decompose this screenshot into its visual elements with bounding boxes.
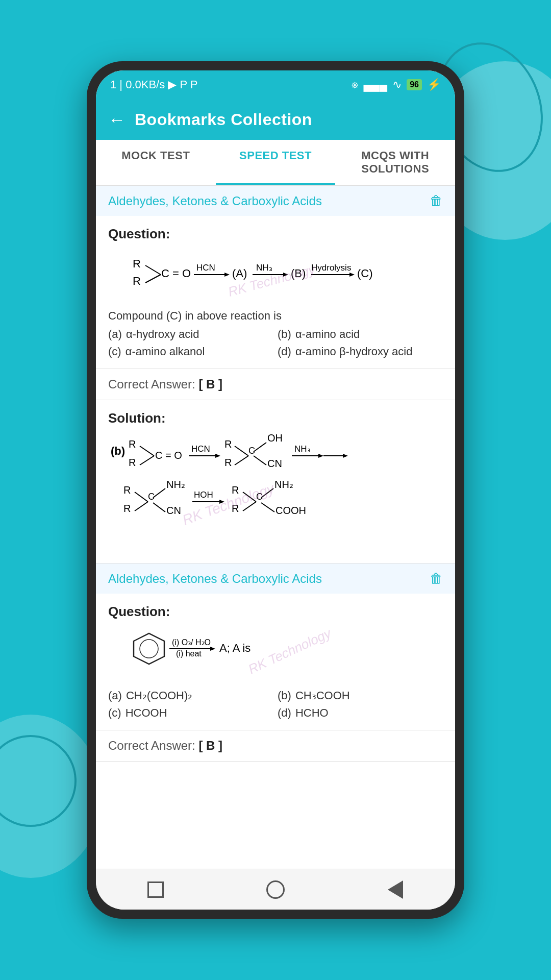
svg-text:RK Technology: RK Technology: [246, 626, 334, 677]
svg-text:R: R: [123, 484, 131, 496]
svg-text:R: R: [224, 438, 232, 450]
svg-line-30: [235, 456, 248, 465]
svg-line-2: [145, 265, 161, 275]
solution-1-label: Solution:: [108, 410, 443, 426]
tab-speed-test[interactable]: SPEED TEST: [216, 140, 336, 185]
svg-text:HCN: HCN: [191, 444, 210, 454]
svg-text:(i) heat: (i) heat: [176, 649, 202, 658]
section-title-2: Aldehydes, Ketones & Carboxylic Acids: [108, 572, 322, 586]
q1-option-d: (d) α-amino β-hydroxy acid: [278, 345, 443, 358]
svg-marker-66: [210, 647, 215, 651]
svg-text:NH₂: NH₂: [166, 479, 185, 490]
solution-1-svg: (b) C(OH)(CN) --NH3--> --> R R C = O HCN…: [108, 433, 409, 551]
svg-marker-40: [343, 454, 348, 458]
svg-text:CN: CN: [166, 505, 181, 516]
triangle-icon: [388, 880, 403, 899]
svg-text:(C): (C): [357, 267, 373, 280]
svg-text:C = O: C = O: [155, 450, 182, 461]
wifi-icon: ∿: [392, 78, 402, 91]
circle-icon: [266, 880, 285, 899]
svg-point-64: [140, 640, 158, 658]
status-right: ⎈ ▄▄▄ ∿ 96 ⚡: [352, 78, 441, 91]
svg-line-3: [145, 275, 161, 283]
delete-section-1-button[interactable]: 🗑: [430, 193, 443, 209]
svg-marker-63: [134, 633, 164, 664]
nav-home-button[interactable]: [265, 879, 286, 900]
svg-text:R: R: [133, 275, 141, 287]
q1-option-a: (a) α-hydroxy acid: [108, 328, 273, 341]
delete-section-2-button[interactable]: 🗑: [430, 571, 443, 586]
nav-back-button[interactable]: [385, 879, 406, 900]
svg-marker-14: [349, 273, 355, 277]
question-2-label: Question:: [108, 604, 443, 620]
q1-compound-text: Compound (C) in above reaction is: [108, 309, 443, 323]
svg-text:R: R: [123, 503, 131, 514]
svg-line-32: [254, 443, 266, 452]
status-bar: 1 | 0.0KB/s ▶ P P ⎈ ▄▄▄ ∿ 96 ⚡: [96, 70, 455, 99]
svg-text:R: R: [129, 438, 136, 450]
svg-line-34: [254, 456, 266, 465]
svg-text:R: R: [224, 457, 232, 468]
svg-line-60: [261, 503, 274, 512]
question-2-block: Question: (i) O₃/ H₂O (i) heat: [96, 594, 455, 730]
q1-options: (a) α-hydroxy acid (b) α-amino acid (c) …: [108, 328, 443, 358]
svg-text:(i) O₃/ H₂O: (i) O₃/ H₂O: [172, 638, 211, 647]
svg-line-44: [135, 502, 148, 511]
svg-line-29: [235, 446, 248, 456]
svg-text:Hydrolysis: Hydrolysis: [311, 263, 351, 273]
svg-text:COOH: COOH: [276, 505, 306, 516]
phone-frame: 1 | 0.0KB/s ▶ P P ⎈ ▄▄▄ ∿ 96 ⚡ ← Bookmar…: [87, 61, 464, 919]
q1-option-b: (b) α-amino acid: [278, 328, 443, 341]
svg-text:HOH: HOH: [194, 490, 213, 500]
svg-text:C: C: [248, 446, 255, 456]
q2-option-d: (d) HCHO: [278, 706, 443, 720]
square-icon: [147, 881, 164, 898]
svg-text:NH₂: NH₂: [274, 479, 293, 490]
section-header-2: Aldehydes, Ketones & Carboxylic Acids 🗑: [96, 564, 455, 594]
svg-text:A; A is: A; A is: [219, 642, 251, 654]
q2-option-c: (c) HCOOH: [108, 706, 273, 720]
svg-text:C = O: C = O: [161, 267, 191, 280]
status-left-text: 1 | 0.0KB/s ▶ P P: [110, 78, 198, 91]
svg-marker-6: [224, 273, 230, 277]
svg-line-21: [140, 446, 154, 456]
q1-option-c: (c) α-amino alkanol: [108, 345, 273, 358]
svg-line-43: [135, 492, 148, 502]
bluetooth-icon: ⎈: [352, 78, 358, 91]
svg-text:R: R: [129, 457, 136, 468]
q2-option-b: (b) CH₃COOH: [278, 689, 443, 702]
q2-option-a: (a) CH₂(COOH)₂: [108, 689, 273, 702]
q2-correct-answer: Correct Answer: [ B ]: [96, 730, 455, 762]
svg-line-48: [153, 503, 165, 512]
section-header-1: Aldehydes, Ketones & Carboxylic Acids 🗑: [96, 186, 455, 216]
svg-text:(A): (A): [232, 267, 247, 280]
svg-text:(b): (b): [111, 445, 125, 457]
svg-text:R: R: [133, 257, 141, 270]
svg-line-22: [140, 456, 154, 465]
svg-text:OH: OH: [267, 432, 283, 444]
svg-line-46: [153, 488, 165, 498]
question-1-block: Question: R R C = O HCN: [96, 216, 455, 369]
signal-icon: ▄▄▄: [363, 78, 387, 91]
svg-text:CN: CN: [267, 458, 282, 469]
svg-text:NH₃: NH₃: [294, 444, 311, 454]
tab-mock-test[interactable]: MOCK TEST: [96, 140, 216, 185]
tab-mcqs[interactable]: MCQS WITH SOLUTIONS: [335, 140, 455, 185]
q1-correct-answer: Correct Answer: [ B ]: [96, 369, 455, 400]
q1-reaction-svg: R R C = O HCN (A): [108, 248, 443, 304]
status-left: 1 | 0.0KB/s ▶ P P: [110, 78, 198, 91]
solution-1-block: Solution: (b) C(OH)(CN) --NH3--> --> R R…: [96, 400, 455, 564]
svg-text:HCN: HCN: [196, 263, 215, 273]
charging-icon: ⚡: [427, 78, 441, 91]
page-title: Bookmarks Collection: [135, 110, 312, 129]
nav-bar: [96, 869, 455, 910]
header: ← Bookmarks Collection: [96, 99, 455, 140]
nav-square-button[interactable]: [145, 879, 166, 900]
svg-marker-25: [215, 454, 220, 458]
back-button[interactable]: ←: [108, 110, 126, 130]
svg-text:NH₃: NH₃: [256, 263, 272, 273]
question-1-label: Question:: [108, 226, 443, 242]
q2-reaction-svg: (i) O₃/ H₂O (i) heat A; A is RK Technolo…: [108, 626, 373, 682]
section-title-1: Aldehydes, Ketones & Carboxylic Acids: [108, 194, 322, 208]
tab-bar: MOCK TEST SPEED TEST MCQS WITH SOLUTIONS: [96, 140, 455, 186]
